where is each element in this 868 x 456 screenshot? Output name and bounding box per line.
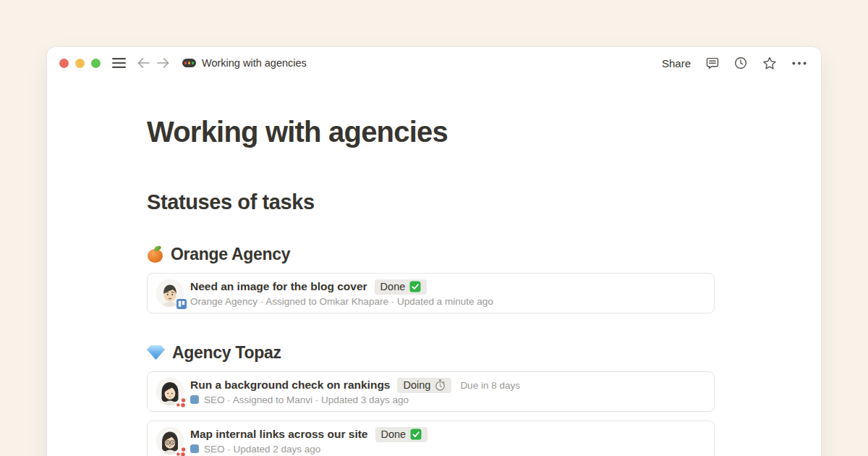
dots-badge-icon [176, 447, 187, 456]
due-date: Due in 8 days [460, 380, 520, 391]
window-controls [59, 59, 101, 68]
app-window: Working with agencies Share Working with… [47, 47, 821, 456]
check-emoji-icon [409, 281, 421, 292]
gem-emoji [147, 345, 165, 360]
topbar-page-title[interactable]: Working with agencies [202, 57, 307, 69]
minimize-window-button[interactable] [75, 59, 85, 68]
task-title: Map internal links across our site [190, 428, 368, 441]
page-title: Working with agencies [147, 114, 715, 149]
task-meta-text: Orange Agency · Assigned to Omkar Khapar… [190, 295, 493, 308]
close-window-button[interactable] [59, 59, 69, 68]
zoom-window-button[interactable] [91, 59, 101, 68]
agency-group-heading: Agency Topaz [147, 342, 715, 363]
task-card[interactable]: Map internal links across our site Done … [147, 421, 715, 456]
more-options-icon[interactable] [792, 62, 807, 65]
task-list: Need an image for the blog cover Done Or… [147, 273, 715, 313]
status-badge: Done [375, 279, 427, 295]
status-badge: Done [375, 427, 428, 442]
task-title: Need an image for the blog cover [190, 280, 367, 293]
check-emoji-icon [410, 428, 422, 440]
project-color-chip [190, 444, 199, 453]
back-icon[interactable] [137, 58, 150, 68]
task-groups: Orange Agency Need an image for the blog… [147, 244, 715, 456]
updates-clock-icon[interactable] [734, 56, 747, 69]
status-label: Doing [403, 379, 430, 392]
agency-group: Orange Agency Need an image for the blog… [147, 244, 715, 313]
agency-group-heading: Orange Agency [147, 244, 715, 264]
task-card[interactable]: Run a background check on rankings Doing… [147, 371, 715, 412]
dots-badge-icon [176, 398, 187, 408]
status-badge: Doing [397, 378, 451, 393]
forward-icon[interactable] [157, 58, 169, 68]
tangerine-emoji [147, 246, 163, 263]
agency-group: Agency Topaz Run a background check on r… [147, 342, 715, 456]
stopwatch-emoji-icon [435, 379, 446, 391]
assignee-avatar [156, 427, 184, 455]
window-topbar: Working with agencies Share [47, 47, 821, 79]
task-meta-text: SEO · Assigned to Manvi · Updated 3 days… [204, 394, 409, 406]
task-meta: SEO · Assigned to Manvi · Updated 3 days… [190, 394, 520, 406]
section-heading: Statuses of tasks [147, 190, 715, 215]
status-label: Done [380, 281, 406, 293]
task-meta-text: SEO · Updated 2 days ago [204, 443, 320, 455]
task-list: Run a background check on rankings Doing… [147, 371, 715, 456]
topbar-actions: Share [662, 56, 807, 70]
project-color-chip [190, 395, 199, 404]
favorite-star-icon[interactable] [762, 56, 777, 70]
agency-group-name: Orange Agency [171, 244, 290, 264]
task-meta: Orange Agency · Assigned to Omkar Khapar… [190, 295, 493, 308]
comments-icon[interactable] [706, 57, 719, 69]
assignee-avatar [156, 378, 184, 405]
sidebar-menu-icon[interactable] [112, 58, 126, 68]
share-button[interactable]: Share [662, 57, 691, 69]
task-card[interactable]: Need an image for the blog cover Done Or… [147, 273, 715, 313]
task-meta: SEO · Updated 2 days ago [190, 443, 427, 455]
agency-group-name: Agency Topaz [172, 342, 281, 363]
status-label: Done [381, 428, 407, 441]
board-badge-icon [176, 299, 187, 309]
desktop-background: Working with agencies Share Working with… [0, 0, 868, 456]
assignee-avatar [156, 279, 184, 307]
horizontal-traffic-light-emoji [182, 59, 196, 67]
page-content: Working with agencies Statuses of tasks … [47, 79, 715, 456]
task-title: Run a background check on rankings [190, 379, 390, 392]
